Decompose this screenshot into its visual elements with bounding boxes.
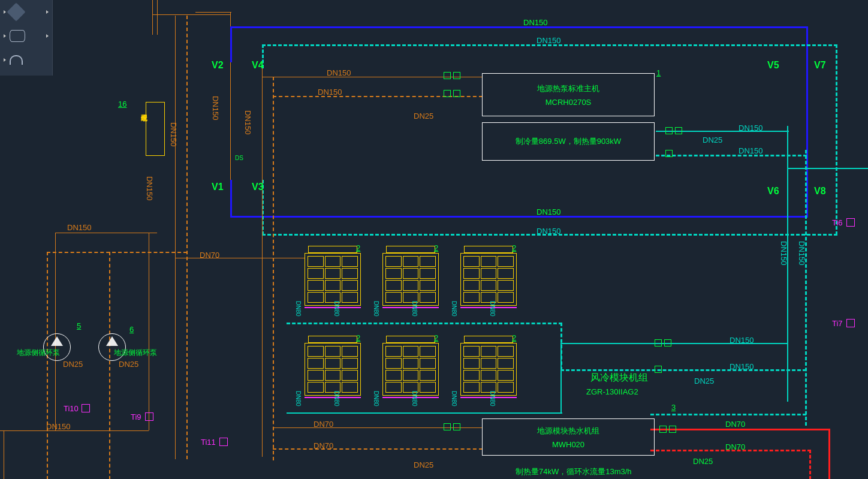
- tool-isometric[interactable]: [0, 24, 52, 48]
- sensor-box-icon: [846, 319, 855, 327]
- lbl-dn150: DN150: [523, 18, 547, 27]
- air-cooled-module: [305, 246, 361, 312]
- sensor-ti10: Ti10: [64, 404, 79, 413]
- valve-icon: [655, 339, 662, 347]
- sensor-box-icon: [846, 218, 855, 227]
- hot-water-title: 地源模块热水机组: [483, 426, 654, 436]
- air-cooled-module: [382, 246, 439, 312]
- lbl-dn150v: DN150: [243, 110, 252, 134]
- lbl-dn25: DN25: [119, 360, 138, 369]
- gauge-icon: [453, 90, 460, 97]
- gauge-icon: [664, 339, 671, 347]
- pencil-icon: [7, 2, 25, 21]
- pipe: [273, 448, 483, 450]
- pipe: [273, 96, 483, 97]
- heat-pump-spec-box: 制冷量869.5W，制热量903kW: [482, 122, 655, 161]
- lbl-dn25: DN25: [694, 376, 714, 385]
- pipe: [157, 0, 158, 35]
- sensor-ti11: Ti11: [201, 438, 216, 447]
- pipe-hotwater: [650, 450, 811, 451]
- pipe: [787, 126, 788, 402]
- gauge-icon: [669, 426, 676, 433]
- pipe: [55, 233, 56, 430]
- pipe: [828, 429, 830, 479]
- air-cooled-module: [382, 336, 439, 402]
- air-cooled-module: [460, 336, 517, 402]
- pipe: [47, 252, 48, 479]
- heat-pump-model: MCRH0270S: [483, 98, 654, 107]
- pipe: [47, 252, 187, 253]
- tag-3: 3: [671, 403, 676, 412]
- pipe: [836, 44, 837, 235]
- lbl-dn150: DN150: [67, 223, 91, 232]
- pipe: [186, 16, 188, 459]
- sensor-box-icon: [145, 412, 153, 421]
- pipe: [262, 234, 837, 236]
- lbl-dn80: DN80: [295, 391, 302, 406]
- tool-snap[interactable]: [0, 48, 52, 72]
- lbl-dn150v: DN150: [211, 96, 220, 120]
- pipe: [152, 0, 153, 35]
- air-cooled-module: [460, 246, 517, 312]
- heat-pump-spec: 制冷量869.5W，制热量903kW: [483, 136, 654, 147]
- gauge-icon: [675, 127, 682, 134]
- valve-icon: [659, 426, 667, 433]
- tag-16: 16: [118, 100, 126, 109]
- pipe: [109, 252, 110, 479]
- valve-icon: [665, 150, 673, 157]
- pipe-supply-blue: [230, 26, 808, 28]
- tool-draw[interactable]: [0, 0, 52, 24]
- pump-2: [98, 333, 126, 361]
- valve-v2: V2: [212, 60, 224, 71]
- pump-1: [43, 333, 71, 361]
- lbl-dn150: DN150: [318, 88, 342, 97]
- valve-icon: [444, 423, 451, 430]
- sensor-ti9: Ti9: [131, 412, 141, 421]
- tag-1: 1: [656, 68, 661, 77]
- pipe: [809, 450, 811, 479]
- air-cooled-module: [305, 336, 361, 402]
- lbl-dn150: DN150: [327, 68, 351, 77]
- lbl-dn25: DN25: [693, 457, 713, 466]
- pipe: [230, 216, 808, 218]
- lbl-dn80: DN80: [373, 301, 379, 317]
- pipe: [175, 258, 309, 258]
- pipe: [560, 369, 806, 371]
- air-cooled-title: 风冷模块机组: [590, 372, 648, 384]
- lbl-dn25: DN25: [414, 460, 433, 469]
- tag-6: 6: [129, 325, 134, 334]
- drawing-canvas[interactable]: 地源热泵标准主机 MCRH0270S 制冷量869.5W，制热量903kW 1 …: [0, 0, 868, 479]
- lbl-dn150v: DN150: [169, 122, 178, 146]
- hot-water-spec: 制热量74kW，循环水流量13m3/h: [516, 466, 632, 477]
- heat-pump-title: 地源热泵标准主机: [483, 83, 654, 94]
- valve-v1: V1: [212, 182, 224, 192]
- sensor-ti7: Ti7: [832, 319, 843, 328]
- lbl-dn25: DN25: [414, 112, 433, 120]
- gauge-icon: [453, 423, 460, 430]
- pipe: [650, 414, 806, 415]
- pipe: [287, 323, 562, 324]
- cad-toolbar: [0, 0, 53, 76]
- hot-water-module: 地源模块热水机组 MWH020: [482, 418, 655, 456]
- pipe: [55, 233, 157, 233]
- lbl-dn150: DN150: [739, 146, 762, 155]
- gauge-icon: [453, 72, 460, 79]
- ground-symbol: [195, 12, 231, 13]
- valve-icon: [444, 72, 451, 79]
- valve-icon: [444, 90, 451, 97]
- pipe: [273, 77, 274, 460]
- lbl-dn150v: DN150: [145, 176, 154, 200]
- pipe: [230, 26, 232, 62]
- magnet-icon: [10, 55, 23, 65]
- lbl-dn80: DN80: [295, 301, 302, 317]
- air-cooled-model: ZGR-130IIAG2: [586, 387, 638, 396]
- valve-v6: V6: [767, 186, 779, 197]
- sensor-box-icon: [82, 404, 90, 412]
- valve-icon: [665, 127, 673, 134]
- lbl-dn70: DN70: [725, 420, 745, 429]
- pipe: [787, 168, 868, 169]
- valve-icon: [655, 366, 662, 373]
- heat-pump-main: 地源热泵标准主机 MCRH0270S: [482, 73, 655, 116]
- pipe: [560, 343, 788, 344]
- lbl-dn80: DN80: [451, 301, 457, 317]
